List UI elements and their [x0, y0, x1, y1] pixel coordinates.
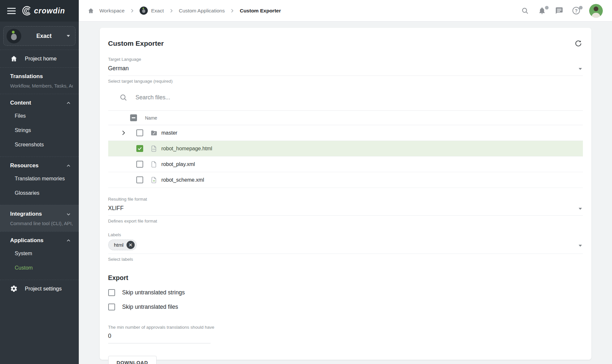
crowdin-logo[interactable]: crowdin — [22, 6, 65, 16]
labels-select[interactable]: html ✕ — [108, 237, 583, 254]
search-icon[interactable] — [521, 7, 529, 15]
target-language-value: German — [108, 65, 129, 72]
breadcrumb: Workspace Exact Custom Applications Cust… — [87, 7, 281, 15]
option-label: Skip untranslated strings — [122, 289, 185, 296]
expand-chevron-right-icon[interactable] — [120, 129, 127, 136]
chevron-down-icon — [67, 35, 70, 37]
sidebar-item-project-settings[interactable]: Project settings — [0, 280, 79, 297]
messages-chat-icon[interactable] — [555, 7, 563, 15]
sidebar-translations-subtitle: Workflow, Members, Tasks, Act… — [10, 83, 73, 89]
labels-label: Labels — [108, 232, 583, 237]
chevron-up-icon — [66, 163, 71, 168]
label-chip-html[interactable]: html ✕ — [108, 240, 137, 250]
sidebar-item-system[interactable]: System — [0, 246, 79, 261]
skip-untranslated-files-option[interactable]: Skip untranslated files — [108, 304, 583, 310]
breadcrumb-project[interactable]: Exact — [140, 7, 164, 15]
topbar-brand-area: crowdin — [0, 0, 79, 22]
labels-field: Labels html ✕ Select labels — [108, 232, 583, 262]
notification-badge-dot — [545, 6, 549, 9]
html-file-icon — [150, 145, 158, 152]
remove-chip-icon[interactable]: ✕ — [127, 241, 135, 249]
target-language-select[interactable]: German — [108, 62, 583, 76]
row-checkbox-checked[interactable] — [136, 145, 143, 152]
file-format-value: XLIFF — [108, 205, 124, 211]
breadcrumb-custom-applications[interactable]: Custom Applications — [179, 8, 225, 14]
min-approvals-input[interactable]: 0 — [108, 330, 211, 343]
topbar: crowdin Workspace Exact Custom Applicati… — [0, 0, 612, 22]
topbar-main: Workspace Exact Custom Applications Cust… — [79, 0, 612, 22]
sidebar-section-applications: Applications System Custom — [0, 231, 79, 280]
files-table: Name master — [108, 110, 583, 188]
sidebar-content-title[interactable]: Content — [0, 100, 79, 106]
row-checkbox[interactable] — [136, 129, 143, 136]
help-badge-dot — [579, 6, 583, 9]
sidebar-section-integrations: Integrations Command line tool (CLI), AP… — [0, 205, 79, 231]
row-checkbox[interactable] — [136, 176, 143, 183]
select-all-checkbox[interactable] — [130, 114, 137, 121]
sidebar-item-files[interactable]: Files — [0, 109, 79, 123]
page-title: Custom Exporter — [108, 40, 164, 47]
menu-hamburger-icon[interactable] — [7, 8, 16, 14]
sidebar-section-translations: Translations Workflow, Members, Tasks, A… — [0, 67, 79, 94]
file-format-select[interactable]: XLIFF — [108, 202, 583, 216]
section-title-label: Translations — [10, 73, 43, 80]
search-files-input[interactable] — [136, 94, 332, 101]
help-icon[interactable]: ? — [572, 7, 580, 14]
project-selector-name: Exact — [21, 33, 67, 40]
table-row-robot-play[interactable]: robot_play.xml — [108, 157, 583, 172]
target-language-helper: Select target language (required) — [108, 79, 583, 84]
chevron-up-icon — [66, 238, 71, 243]
search-icon — [119, 93, 128, 102]
chevron-down-icon — [579, 68, 582, 70]
file-name: robot_homepage.html — [162, 146, 212, 152]
section-title-label: Resources — [10, 162, 39, 169]
sidebar-section-content: Content Files Strings Screenshots — [0, 94, 79, 157]
label-chip-text: html — [114, 242, 124, 248]
export-section-heading: Export — [108, 274, 583, 282]
sidebar-item-glossaries[interactable]: Glossaries — [0, 186, 79, 200]
sidebar-item-project-home[interactable]: Project home — [0, 50, 79, 67]
breadcrumb-project-name: Exact — [151, 8, 164, 14]
table-row-robot-homepage[interactable]: robot_homepage.html — [108, 141, 583, 157]
sidebar-item-custom[interactable]: Custom — [0, 261, 79, 275]
refresh-icon[interactable] — [574, 39, 583, 48]
sidebar-item-label: Project settings — [25, 286, 62, 292]
sidebar-integrations-title[interactable]: Integrations — [0, 211, 79, 217]
sidebar-section-resources: Resources Translation memories Glossarie… — [0, 157, 79, 205]
skip-untranslated-strings-option[interactable]: Skip untranslated strings — [108, 289, 583, 296]
user-avatar[interactable] — [589, 4, 603, 18]
crowdin-wordmark: crowdin — [34, 7, 65, 15]
chevron-down-icon — [579, 245, 582, 247]
chevron-right-icon — [230, 8, 235, 13]
crowdin-swirl-icon — [22, 6, 32, 16]
chevron-right-icon — [129, 8, 135, 13]
chevron-down-icon — [66, 212, 71, 217]
sidebar-applications-title[interactable]: Applications — [0, 237, 79, 244]
sidebar-resources-title[interactable]: Resources — [0, 162, 79, 169]
breadcrumb-workspace[interactable]: Workspace — [99, 8, 125, 14]
files-table-header: Name — [108, 111, 583, 125]
project-selector[interactable]: Exact — [3, 26, 76, 46]
main-content: Custom Exporter Target Language German S… — [79, 22, 612, 364]
labels-helper: Select labels — [108, 257, 583, 262]
sidebar-item-screenshots[interactable]: Screenshots — [0, 138, 79, 152]
file-format-label: Resulting file format — [108, 197, 583, 202]
chevron-down-icon — [579, 208, 582, 210]
table-row-master[interactable]: master — [108, 125, 583, 141]
home-icon[interactable] — [87, 7, 94, 14]
file-name: master — [162, 130, 178, 136]
download-button[interactable]: DOWNLOAD — [108, 356, 157, 364]
skip-untranslated-strings-checkbox[interactable] — [108, 289, 115, 296]
sidebar-item-translation-memories[interactable]: Translation memories — [0, 172, 79, 186]
project-avatar-icon — [140, 7, 148, 15]
notifications-bell-icon[interactable] — [538, 7, 546, 15]
file-format-helper: Defines export file format — [108, 219, 583, 223]
sidebar-item-strings[interactable]: Strings — [0, 123, 79, 138]
table-row-robot-scheme[interactable]: robot_scheme.xml — [108, 172, 583, 188]
skip-untranslated-files-checkbox[interactable] — [108, 304, 115, 310]
row-checkbox[interactable] — [136, 161, 143, 168]
chevron-right-icon — [169, 8, 174, 13]
sidebar-translations-title[interactable]: Translations — [0, 73, 79, 80]
min-approvals-field: The min number of approvals translations… — [108, 325, 583, 343]
target-language-field: Target Language German Select target lan… — [108, 57, 583, 84]
